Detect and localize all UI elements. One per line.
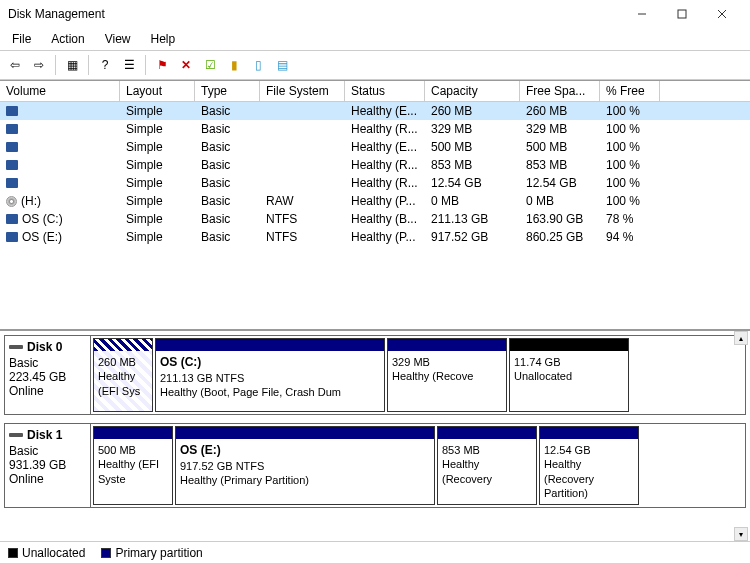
disk-info: Disk 0Basic223.45 GBOnline bbox=[5, 336, 91, 414]
partition-info: OS (C:)211.13 GB NTFSHealthy (Boot, Page… bbox=[156, 351, 384, 411]
settings-button[interactable]: ⚑ bbox=[151, 54, 173, 76]
delete-button[interactable]: ✕ bbox=[175, 54, 197, 76]
legend-primary: Primary partition bbox=[101, 546, 202, 560]
volume-name: OS (E:) bbox=[22, 230, 62, 244]
maximize-button[interactable] bbox=[662, 0, 702, 28]
separator bbox=[88, 55, 89, 75]
disk-info: Disk 1Basic931.39 GBOnline bbox=[5, 424, 91, 507]
cell-status: Healthy (E... bbox=[345, 102, 425, 120]
cell-capacity: 500 MB bbox=[425, 138, 520, 156]
swatch-icon bbox=[101, 548, 111, 558]
volume-row[interactable]: (H:)SimpleBasicRAWHealthy (P...0 MB0 MB1… bbox=[0, 192, 750, 210]
titlebar[interactable]: Disk Management bbox=[0, 0, 750, 28]
cell-fs bbox=[260, 102, 345, 120]
cell-pct: 100 % bbox=[600, 192, 660, 210]
disk-status: Online bbox=[9, 384, 86, 398]
volume-row[interactable]: SimpleBasicHealthy (R...329 MB329 MB100 … bbox=[0, 120, 750, 138]
window-controls bbox=[622, 0, 742, 28]
cell-fs: NTFS bbox=[260, 210, 345, 228]
help-button[interactable]: ? bbox=[94, 54, 116, 76]
cell-pct: 100 % bbox=[600, 156, 660, 174]
menu-help[interactable]: Help bbox=[143, 30, 184, 48]
disk-row[interactable]: Disk 0Basic223.45 GBOnline260 MBHealthy … bbox=[4, 335, 746, 415]
cell-layout: Simple bbox=[120, 192, 195, 210]
menu-file[interactable]: File bbox=[4, 30, 39, 48]
col-capacity[interactable]: Capacity bbox=[425, 81, 520, 101]
scroll-up-button[interactable]: ▴ bbox=[734, 331, 748, 345]
close-button[interactable] bbox=[702, 0, 742, 28]
partition[interactable]: OS (E:)917.52 GB NTFSHealthy (Primary Pa… bbox=[175, 426, 435, 505]
disk-type: Basic bbox=[9, 444, 86, 458]
arrow-right-icon: ⇨ bbox=[34, 58, 44, 72]
cell-status: Healthy (R... bbox=[345, 120, 425, 138]
separator bbox=[55, 55, 56, 75]
cell-layout: Simple bbox=[120, 228, 195, 246]
volume-row[interactable]: OS (C:)SimpleBasicNTFSHealthy (B...211.1… bbox=[0, 210, 750, 228]
col-volume[interactable]: Volume bbox=[0, 81, 120, 101]
volume-row[interactable]: SimpleBasicHealthy (R...853 MB853 MB100 … bbox=[0, 156, 750, 174]
back-button[interactable]: ⇦ bbox=[4, 54, 26, 76]
col-pctfree[interactable]: % Free bbox=[600, 81, 660, 101]
arrow-left-icon: ⇦ bbox=[10, 58, 20, 72]
partition-bar bbox=[438, 427, 536, 439]
scrollbar[interactable]: ▴ ▾ bbox=[734, 331, 748, 541]
action1-button[interactable]: ▮ bbox=[223, 54, 245, 76]
cell-capacity: 12.54 GB bbox=[425, 174, 520, 192]
svg-rect-1 bbox=[678, 10, 686, 18]
cell-layout: Simple bbox=[120, 210, 195, 228]
partition-info: 853 MBHealthy (Recovery bbox=[438, 439, 536, 504]
partition[interactable]: 260 MBHealthy (EFI Sys bbox=[93, 338, 153, 412]
partition[interactable]: OS (C:)211.13 GB NTFSHealthy (Boot, Page… bbox=[155, 338, 385, 412]
scroll-down-button[interactable]: ▾ bbox=[734, 527, 748, 541]
cell-pct: 100 % bbox=[600, 120, 660, 138]
volume-row[interactable]: OS (E:)SimpleBasicNTFSHealthy (P...917.5… bbox=[0, 228, 750, 246]
doc2-icon: ▯ bbox=[255, 58, 262, 72]
partition[interactable]: 12.54 GBHealthy (Recovery Partition) bbox=[539, 426, 639, 505]
menu-action[interactable]: Action bbox=[43, 30, 92, 48]
partition[interactable]: 853 MBHealthy (Recovery bbox=[437, 426, 537, 505]
cell-free: 329 MB bbox=[520, 120, 600, 138]
volume-row[interactable]: SimpleBasicHealthy (E...260 MB260 MB100 … bbox=[0, 102, 750, 120]
volume-row[interactable]: SimpleBasicHealthy (R...12.54 GB12.54 GB… bbox=[0, 174, 750, 192]
swatch-icon bbox=[8, 548, 18, 558]
cell-status: Healthy (R... bbox=[345, 156, 425, 174]
action2-button[interactable]: ▯ bbox=[247, 54, 269, 76]
col-type[interactable]: Type bbox=[195, 81, 260, 101]
partition-bar bbox=[94, 427, 172, 439]
cell-pct: 78 % bbox=[600, 210, 660, 228]
disk-partitions: 500 MBHealthy (EFI SysteOS (E:)917.52 GB… bbox=[91, 424, 745, 507]
content: Volume Layout Type File System Status Ca… bbox=[0, 80, 750, 563]
list-button[interactable]: ☰ bbox=[118, 54, 140, 76]
menu-view[interactable]: View bbox=[97, 30, 139, 48]
volume-icon bbox=[6, 214, 18, 224]
cell-capacity: 0 MB bbox=[425, 192, 520, 210]
partition[interactable]: 500 MBHealthy (EFI Syste bbox=[93, 426, 173, 505]
disk-status: Online bbox=[9, 472, 86, 486]
forward-button[interactable]: ⇨ bbox=[28, 54, 50, 76]
col-filesystem[interactable]: File System bbox=[260, 81, 345, 101]
partition[interactable]: 329 MBHealthy (Recove bbox=[387, 338, 507, 412]
toolbar: ⇦ ⇨ ▦ ? ☰ ⚑ ✕ ☑ ▮ ▯ ▤ bbox=[0, 50, 750, 80]
cell-capacity: 853 MB bbox=[425, 156, 520, 174]
disk-name: Disk 1 bbox=[27, 428, 62, 442]
partition[interactable]: 11.74 GBUnallocated bbox=[509, 338, 629, 412]
disk-icon bbox=[9, 433, 23, 437]
disk-row[interactable]: Disk 1Basic931.39 GBOnline500 MBHealthy … bbox=[4, 423, 746, 508]
partition-bar bbox=[176, 427, 434, 439]
cell-type: Basic bbox=[195, 120, 260, 138]
disks-graphical[interactable]: Disk 0Basic223.45 GBOnline260 MBHealthy … bbox=[0, 331, 750, 541]
action3-button[interactable]: ▤ bbox=[271, 54, 293, 76]
check-button[interactable]: ☑ bbox=[199, 54, 221, 76]
view-button[interactable]: ▦ bbox=[61, 54, 83, 76]
col-status[interactable]: Status bbox=[345, 81, 425, 101]
volume-row[interactable]: SimpleBasicHealthy (E...500 MB500 MB100 … bbox=[0, 138, 750, 156]
volume-icon bbox=[6, 106, 18, 116]
cell-status: Healthy (P... bbox=[345, 192, 425, 210]
minimize-button[interactable] bbox=[622, 0, 662, 28]
col-layout[interactable]: Layout bbox=[120, 81, 195, 101]
cell-capacity: 260 MB bbox=[425, 102, 520, 120]
col-freespace[interactable]: Free Spa... bbox=[520, 81, 600, 101]
volume-icon bbox=[6, 232, 18, 242]
volumes-list[interactable]: Volume Layout Type File System Status Ca… bbox=[0, 81, 750, 331]
disk-size: 931.39 GB bbox=[9, 458, 86, 472]
